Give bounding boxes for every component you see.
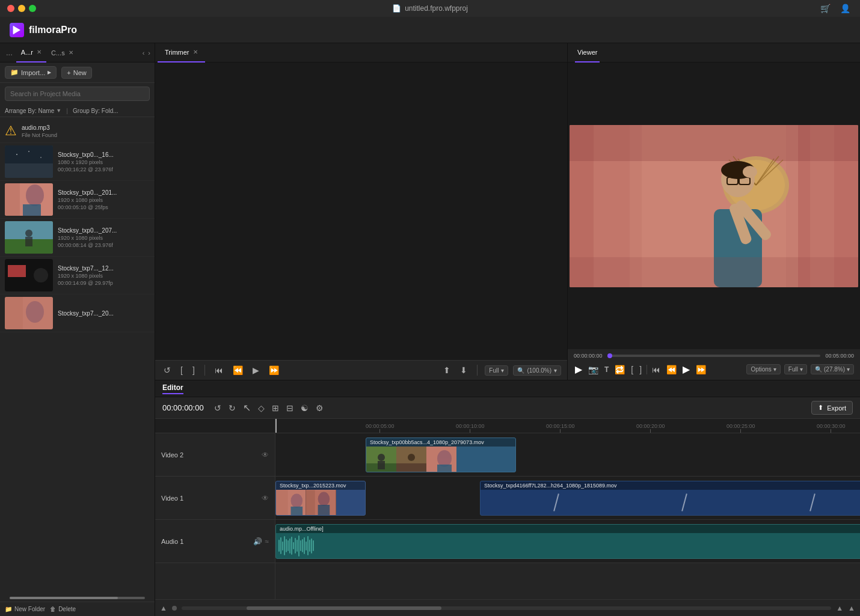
trim-undo-icon[interactable]: ↺: [161, 364, 173, 376]
viewer-tab[interactable]: Viewer: [575, 43, 600, 63]
svg-rect-55: [396, 463, 426, 472]
svg-rect-18: [25, 237, 32, 246]
trim-play-icon[interactable]: ▶: [250, 364, 262, 376]
search-input[interactable]: [5, 87, 150, 101]
window-controls[interactable]: [7, 5, 36, 12]
svg-point-7: [28, 151, 29, 152]
track-waveform-btn[interactable]: ≈: [265, 537, 269, 546]
import-button[interactable]: 📁 Import... ▶: [5, 66, 57, 79]
viewer-zoom-select[interactable]: 🔍 (27.8%) ▾: [811, 364, 854, 374]
list-item[interactable]: ⚠ audio.mp3 File Not Found: [0, 120, 155, 143]
trim-percent-select[interactable]: 🔍 (100.0%) ▾: [513, 365, 561, 376]
tab-prev-btn[interactable]: ‹: [141, 49, 147, 56]
minimize-button[interactable]: [18, 5, 25, 12]
svg-rect-4: [5, 145, 53, 163]
audio-clip-header: audio.mp...Offline]: [276, 525, 860, 533]
user-icon[interactable]: 👤: [840, 4, 850, 13]
media-scrollbar[interactable]: [0, 594, 155, 602]
viewer-play-btn[interactable]: ▶: [574, 362, 583, 376]
viewer-play-btn2[interactable]: ▶: [681, 362, 691, 376]
track-video1: Stocksy_txp...2015223.mov: [275, 477, 860, 520]
track-eye-btn[interactable]: 👁: [262, 451, 269, 459]
maximize-button[interactable]: [29, 5, 36, 12]
ed-razor-btn[interactable]: ◇: [256, 402, 266, 414]
svg-point-6: [16, 154, 17, 155]
track-eye-btn2[interactable]: 👁: [262, 494, 269, 502]
tl-marker-btn[interactable]: ▲: [160, 604, 167, 612]
clip1-header: Stocksy_txp...2015223.mov: [276, 481, 365, 490]
ed-select-btn[interactable]: ↖: [241, 401, 253, 415]
list-item[interactable]: Stocksy_txp7..._12... 1920 x 1080 pixels…: [0, 257, 155, 294]
search-wrap: [0, 83, 155, 105]
close-button[interactable]: [7, 5, 14, 12]
delete-button[interactable]: 🗑 Delete: [50, 606, 76, 612]
viewer-out-point-btn[interactable]: ]: [638, 364, 643, 376]
media-thumbnail: [5, 297, 53, 329]
cart-icon[interactable]: 🛒: [820, 4, 831, 13]
video2-clip[interactable]: Stocksy_txp00bb5acs...4_1080p_2079073.mo…: [366, 438, 516, 472]
trim-skip-start-icon[interactable]: ⏮: [212, 364, 226, 376]
trimmer-tab[interactable]: Trimmer ✕: [158, 43, 205, 63]
group-by-select[interactable]: Group By: Fold...: [73, 108, 118, 114]
ed-snap-btn[interactable]: ⊞: [270, 402, 281, 414]
ed-magnet-btn[interactable]: ☯: [299, 402, 310, 414]
viewer-text-btn[interactable]: T: [603, 364, 610, 375]
tab-more-btn[interactable]: ...: [2, 48, 16, 57]
trim-step-back-icon[interactable]: ⏪: [230, 364, 245, 376]
filter-row: Arrange By: Name ▼ | Group By: Fold...: [0, 105, 155, 117]
viewer-skip-start-btn[interactable]: ⏮: [651, 364, 662, 376]
ed-trim-btn[interactable]: ⊟: [284, 402, 295, 414]
tab-assets-close[interactable]: ✕: [37, 49, 41, 55]
new-button[interactable]: + New: [61, 67, 91, 79]
tab-next-btn[interactable]: ›: [146, 49, 152, 56]
viewer-step-back-btn[interactable]: ⏪: [665, 364, 678, 376]
trim-step-fwd-icon[interactable]: ⏩: [266, 364, 281, 376]
trim-in-icon[interactable]: [: [178, 364, 185, 376]
trim-zoom-select[interactable]: Full ▾: [485, 365, 508, 376]
export-button[interactable]: ⬆ Export: [811, 401, 853, 415]
editor-label: Editor: [162, 383, 183, 394]
clip-stroke-marks: [481, 490, 860, 515]
list-item[interactable]: Stocksy_txp0..._207... 1920 x 1080 pixel…: [0, 219, 155, 257]
titlebar-actions[interactable]: 🛒 👤: [820, 4, 850, 13]
list-item[interactable]: Stocksy_txp0..._16... 1080 x 1920 pixels…: [0, 143, 155, 181]
video1-clip2[interactable]: Stocksy_txpd4166ff7L282...h264_1080p_181…: [480, 481, 860, 516]
trim-out-icon[interactable]: ]: [190, 364, 197, 376]
trim-separator: [204, 365, 205, 376]
arrange-by-select[interactable]: Arrange By: Name ▼: [5, 108, 61, 114]
viewer-in-point-btn[interactable]: [: [630, 364, 634, 376]
trim-zoom-arrow: ▾: [501, 367, 504, 374]
trim-lift-icon[interactable]: ⬆: [441, 364, 453, 376]
list-item[interactable]: Stocksy_txp7..._20...: [0, 294, 155, 332]
viewer-progress-bar[interactable]: [607, 355, 821, 357]
zoom-arrow2-icon: ▾: [847, 366, 850, 373]
timeline-scrollbar[interactable]: [182, 606, 831, 610]
trim-overwrite-icon[interactable]: ⬇: [458, 364, 470, 376]
new-folder-button[interactable]: 📁 New Folder: [5, 606, 45, 612]
tl-zoom-out-btn[interactable]: ▲: [848, 604, 855, 612]
viewer-step-fwd-btn[interactable]: ⏩: [695, 364, 707, 376]
ed-redo-btn[interactable]: ↻: [227, 402, 238, 414]
ed-settings-btn[interactable]: ⚙: [314, 402, 325, 414]
list-item[interactable]: Stocksy_txp0..._201... 1920 x 1080 pixel…: [0, 181, 155, 219]
tab-assets-root[interactable]: A...r ✕: [16, 43, 46, 63]
tab-cuts-close[interactable]: ✕: [69, 49, 73, 56]
tab-cuts[interactable]: C...s ✕: [46, 43, 78, 63]
trimmer-toolbar: ↺ [ ] ⏮ ⏪ ▶ ⏩ ⬆ ⬇ Full ▾: [155, 360, 567, 380]
viewer-snapshot-btn[interactable]: 📷: [587, 364, 600, 376]
app-header: filmoraPro: [0, 17, 860, 43]
viewer-full-select[interactable]: Full ▾: [784, 364, 807, 374]
ruler-mark-6: 00:00:30:00: [817, 423, 846, 433]
tl-zoom-in-btn[interactable]: ▲: [836, 604, 843, 612]
viewer-video-frame: [570, 125, 858, 287]
viewer-options-select[interactable]: Options ▾: [746, 364, 780, 374]
video1-clip1[interactable]: Stocksy_txp...2015223.mov: [275, 481, 366, 516]
ed-undo-btn[interactable]: ↺: [212, 402, 223, 414]
warning-icon: ⚠: [5, 123, 17, 139]
audio1-clip[interactable]: audio.mp...Offline]: [275, 524, 860, 559]
trimmer-close-btn[interactable]: ✕: [193, 49, 198, 55]
viewer-loop-btn[interactable]: 🔁: [613, 364, 626, 376]
track-speaker-btn[interactable]: 🔊: [253, 537, 262, 546]
playhead[interactable]: [275, 419, 277, 433]
ruler-mark-1: 00:00:05:00: [366, 423, 395, 433]
